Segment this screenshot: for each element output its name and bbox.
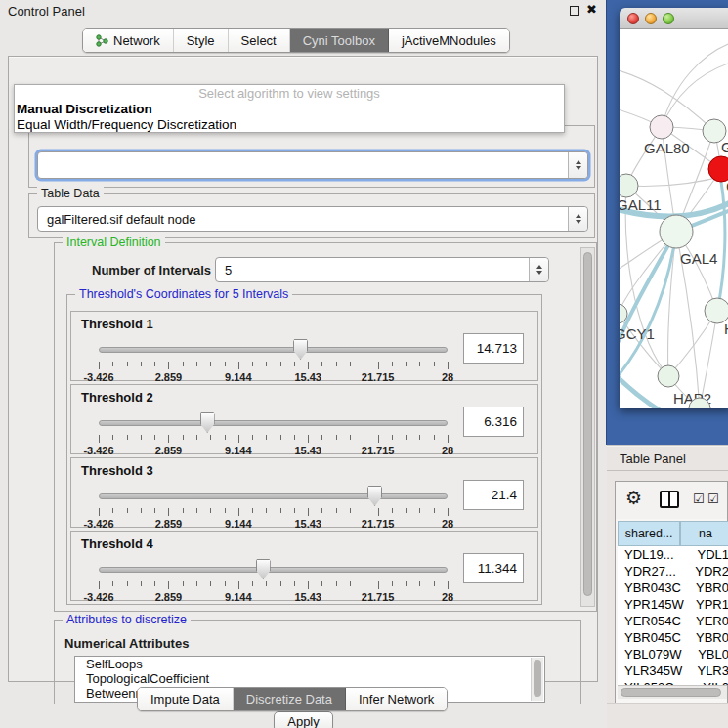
control-panel-titlebar: Control Panel ✖ xyxy=(0,0,606,21)
checkbox-icon[interactable]: ☑ xyxy=(693,492,705,506)
slider-track[interactable] xyxy=(99,493,448,499)
table-body: YDL19...YDL1YDR27...YDR2YBR043CYBR0YPR14… xyxy=(618,546,728,685)
threshold-slider[interactable]: -3.4262.8599.14415.4321.71528 xyxy=(99,339,448,378)
table-row[interactable]: YDL19...YDL1 xyxy=(618,546,728,563)
thresholds-group: Threshold's Coordinates for 5 Intervals … xyxy=(66,294,542,605)
tab-impute-data[interactable]: Impute Data xyxy=(138,688,234,710)
close-icon[interactable]: ✖ xyxy=(586,2,597,17)
number-of-intervals-combobox[interactable]: 5 xyxy=(215,257,549,282)
slider-handle[interactable] xyxy=(256,559,271,579)
table-data-value: galFiltered.sif default node xyxy=(38,212,568,227)
discretization-algorithm-group: Discretization Algorithm xyxy=(28,125,595,188)
list-scrollbar[interactable] xyxy=(531,658,543,701)
control-panel-title: Control Panel xyxy=(8,4,85,19)
attribute-list-item[interactable]: SelfLoops xyxy=(75,657,544,671)
threshold-slider[interactable]: -3.4262.8599.14415.4321.71528 xyxy=(99,486,448,525)
threshold-label: Threshold 1 xyxy=(81,317,153,331)
mac-zoom-icon[interactable] xyxy=(663,13,674,24)
tab-discretize-data[interactable]: Discretize Data xyxy=(234,688,346,710)
tab-style[interactable]: Style xyxy=(174,29,229,52)
threshold-slider[interactable]: -3.4262.8599.14415.4321.71528 xyxy=(99,412,448,451)
gear-icon[interactable]: ⚙ xyxy=(625,487,642,508)
network-icon xyxy=(96,34,108,47)
apply-button[interactable]: Apply xyxy=(274,711,333,728)
table-panel: ⚙ ☑ ☑ shared... na YDL19...YDL1YDR27...Y… xyxy=(607,471,728,728)
tab-select[interactable]: Select xyxy=(229,29,290,52)
table-panel-title: Table Panel xyxy=(620,451,686,466)
attributes-group-title: Attributes to discretize xyxy=(63,613,191,626)
slider-tick-labels: -3.4262.8599.14415.4321.71528 xyxy=(99,591,448,603)
threshold-panel: Threshold 3-3.4262.8599.14415.4321.71528… xyxy=(70,457,538,528)
threshold-value-field[interactable]: 6.316 xyxy=(463,407,524,437)
control-panel-tabbar: NetworkStyleSelectCyni ToolboxjActiveMNo… xyxy=(82,28,510,53)
table-row[interactable]: YDR27...YDR2 xyxy=(618,563,728,579)
interval-definition-title: Interval Definition xyxy=(63,236,165,249)
slider-track[interactable] xyxy=(99,420,448,426)
slider-handle[interactable] xyxy=(367,486,382,506)
network-canvas[interactable]: GAL80GACGAL11GAL4GCY1HHAP2 xyxy=(620,29,728,408)
table-row[interactable]: YBR043CYBR0 xyxy=(618,579,728,596)
tab-cyni-toolbox[interactable]: Cyni Toolbox xyxy=(290,29,389,52)
algorithm-combobox[interactable] xyxy=(37,151,588,179)
tab-network[interactable]: Network xyxy=(83,29,174,52)
slider-track[interactable] xyxy=(99,567,448,573)
network-edge-highlighted xyxy=(620,373,663,408)
threshold-slider[interactable]: -3.4262.8599.14415.4321.71528 xyxy=(99,559,448,598)
network-node-hap2[interactable] xyxy=(658,365,679,387)
table-row[interactable]: YBR045CYBR0 xyxy=(618,629,728,646)
table-row[interactable]: YBL079WYBL0 xyxy=(618,646,728,663)
network-node-label: GCY1 xyxy=(620,325,655,342)
threshold-value-field[interactable]: 14.713 xyxy=(463,333,524,364)
table-data-group: Table Data galFiltered.sif default node xyxy=(28,193,595,238)
checkbox-icon[interactable]: ☑ xyxy=(707,492,719,506)
network-edge xyxy=(662,63,728,127)
network-node-gal11[interactable] xyxy=(620,174,638,197)
table-header-row: shared... na xyxy=(618,521,728,546)
network-window-titlebar[interactable] xyxy=(620,8,728,29)
slider-ticks xyxy=(99,435,448,444)
table-toolbar: ⚙ ☑ ☑ xyxy=(616,482,727,519)
network-node-c[interactable] xyxy=(708,156,728,182)
number-of-intervals-label: Number of Intervals xyxy=(92,263,211,278)
interval-scrollbar[interactable] xyxy=(580,247,595,607)
slider-handle[interactable] xyxy=(293,339,308,360)
threshold-label: Threshold 3 xyxy=(81,463,153,478)
network-node-label: GAL11 xyxy=(620,196,662,213)
combo-stepper-icon xyxy=(568,152,587,178)
table-row[interactable]: YLR345WYLR3 xyxy=(618,663,728,679)
slider-handle[interactable] xyxy=(200,412,215,433)
table-row[interactable]: YPR145WYPR1 xyxy=(618,596,728,613)
column-header-name[interactable]: na xyxy=(680,521,728,546)
combo-stepper-icon xyxy=(529,258,548,281)
dropdown-prompt: Select algorithm to view settings xyxy=(15,85,564,102)
table-row[interactable]: YER054CYER0 xyxy=(618,613,728,629)
attribute-list-item[interactable]: TopologicalCoefficient xyxy=(75,671,544,686)
mac-close-icon[interactable] xyxy=(627,13,639,24)
combo-stepper-icon xyxy=(568,207,587,231)
dropdown-option[interactable]: Manual Discretization xyxy=(15,102,564,117)
number-of-intervals-value: 5 xyxy=(216,263,529,278)
interval-definition-group: Interval Definition Number of Intervals … xyxy=(54,242,597,612)
threshold-panel: Threshold 4-3.4262.8599.14415.4321.71528… xyxy=(70,531,538,601)
threshold-value-field[interactable]: 11.344 xyxy=(463,553,524,583)
threshold-label: Threshold 4 xyxy=(81,536,153,551)
column-header-shared-name[interactable]: shared... xyxy=(618,521,680,546)
tab-infer-network[interactable]: Infer Network xyxy=(346,688,447,710)
slider-track[interactable] xyxy=(99,347,448,353)
columns-icon[interactable] xyxy=(660,491,679,508)
table-horizontal-scrollbar[interactable] xyxy=(618,685,727,699)
status-strip xyxy=(607,703,728,728)
dropdown-option[interactable]: Equal Width/Frequency Discretization xyxy=(15,117,564,133)
slider-ticks xyxy=(99,581,448,590)
mac-minimize-icon[interactable] xyxy=(645,13,657,24)
table-panel-header: Table Panel xyxy=(607,445,728,471)
tab-jactivemnodules[interactable]: jActiveMNodules xyxy=(389,29,509,52)
table-data-combobox[interactable]: galFiltered.sif default node xyxy=(37,206,588,232)
float-window-icon[interactable] xyxy=(570,6,579,16)
network-node-label: H xyxy=(724,321,728,337)
network-view-window: GAL80GACGAL11GAL4GCY1HHAP2 xyxy=(620,8,728,408)
network-node-gal80[interactable] xyxy=(650,115,673,139)
threshold-value-field[interactable]: 21.4 xyxy=(463,480,524,510)
network-node-label: GAL80 xyxy=(644,140,690,156)
network-node-gal4[interactable] xyxy=(660,215,693,248)
